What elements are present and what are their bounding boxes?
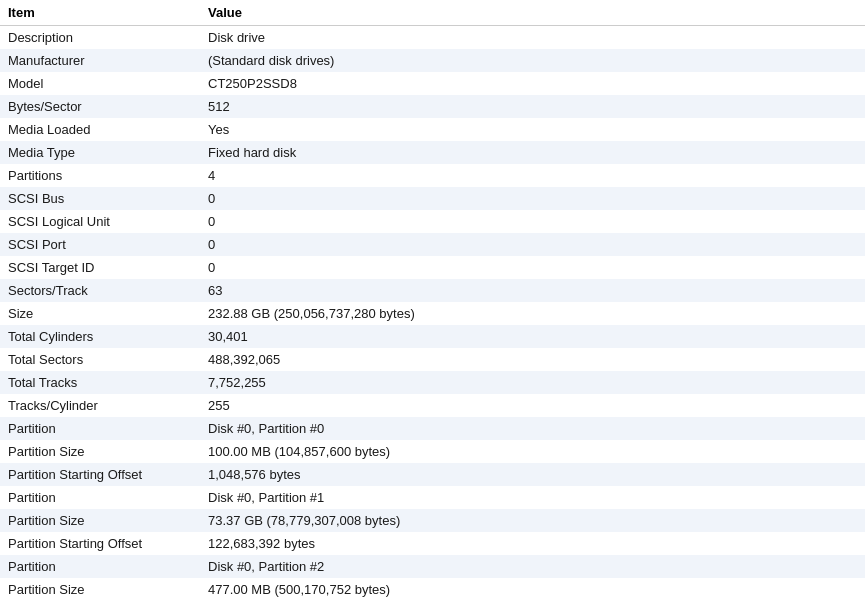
cell-item: Media Type — [0, 141, 200, 164]
table-row: Bytes/Sector512 — [0, 95, 865, 118]
table-row: Size232.88 GB (250,056,737,280 bytes) — [0, 302, 865, 325]
cell-value: 512 — [200, 95, 865, 118]
table-row: Media LoadedYes — [0, 118, 865, 141]
table-row: DescriptionDisk drive — [0, 26, 865, 50]
cell-value: 477.00 MB (500,170,752 bytes) — [200, 578, 865, 599]
cell-value: 0 — [200, 256, 865, 279]
cell-item: Manufacturer — [0, 49, 200, 72]
table-row: SCSI Logical Unit0 — [0, 210, 865, 233]
header-value: Value — [200, 0, 865, 26]
cell-item: Total Tracks — [0, 371, 200, 394]
cell-item: SCSI Logical Unit — [0, 210, 200, 233]
header-item: Item — [0, 0, 200, 26]
table-row: Sectors/Track63 — [0, 279, 865, 302]
cell-value: Yes — [200, 118, 865, 141]
table-row: PartitionDisk #0, Partition #2 — [0, 555, 865, 578]
table-row: ModelCT250P2SSD8 — [0, 72, 865, 95]
cell-item: Partition Starting Offset — [0, 463, 200, 486]
cell-item: Model — [0, 72, 200, 95]
cell-value: 4 — [200, 164, 865, 187]
cell-value: 488,392,065 — [200, 348, 865, 371]
cell-item: Media Loaded — [0, 118, 200, 141]
cell-item: Bytes/Sector — [0, 95, 200, 118]
cell-item: SCSI Port — [0, 233, 200, 256]
cell-value: 30,401 — [200, 325, 865, 348]
cell-item: Partition Size — [0, 509, 200, 532]
cell-item: Partition Size — [0, 578, 200, 599]
table-row: Total Tracks7,752,255 — [0, 371, 865, 394]
cell-item: Partition — [0, 555, 200, 578]
cell-value: 1,048,576 bytes — [200, 463, 865, 486]
cell-value: Disk #0, Partition #2 — [200, 555, 865, 578]
table-row: PartitionDisk #0, Partition #1 — [0, 486, 865, 509]
table-row: Partition Size73.37 GB (78,779,307,008 b… — [0, 509, 865, 532]
table-row: Partitions4 — [0, 164, 865, 187]
table-row: Partition Size100.00 MB (104,857,600 byt… — [0, 440, 865, 463]
cell-value: 0 — [200, 233, 865, 256]
table-row: Partition Starting Offset1,048,576 bytes — [0, 463, 865, 486]
cell-value: 255 — [200, 394, 865, 417]
cell-item: Partitions — [0, 164, 200, 187]
cell-item: Partition — [0, 486, 200, 509]
main-container: Item Value DescriptionDisk driveManufact… — [0, 0, 865, 599]
cell-value: CT250P2SSD8 — [200, 72, 865, 95]
table-row: SCSI Target ID0 — [0, 256, 865, 279]
cell-value: 100.00 MB (104,857,600 bytes) — [200, 440, 865, 463]
table-row: SCSI Bus0 — [0, 187, 865, 210]
table-row: Total Sectors488,392,065 — [0, 348, 865, 371]
cell-item: Size — [0, 302, 200, 325]
table-row: Partition Size477.00 MB (500,170,752 byt… — [0, 578, 865, 599]
cell-value: Disk drive — [200, 26, 865, 50]
table-body: DescriptionDisk driveManufacturer(Standa… — [0, 26, 865, 600]
cell-item: Description — [0, 26, 200, 50]
cell-item: Partition Size — [0, 440, 200, 463]
cell-item: Total Cylinders — [0, 325, 200, 348]
cell-value: 0 — [200, 187, 865, 210]
cell-item: Partition Starting Offset — [0, 532, 200, 555]
cell-value: 63 — [200, 279, 865, 302]
table-row: PartitionDisk #0, Partition #0 — [0, 417, 865, 440]
cell-item: Total Sectors — [0, 348, 200, 371]
cell-item: Sectors/Track — [0, 279, 200, 302]
info-table: Item Value DescriptionDisk driveManufact… — [0, 0, 865, 599]
table-row: Media TypeFixed hard disk — [0, 141, 865, 164]
cell-value: Disk #0, Partition #0 — [200, 417, 865, 440]
table-row: SCSI Port0 — [0, 233, 865, 256]
table-row: Total Cylinders30,401 — [0, 325, 865, 348]
cell-item: Partition — [0, 417, 200, 440]
table-row: Tracks/Cylinder255 — [0, 394, 865, 417]
cell-value: (Standard disk drives) — [200, 49, 865, 72]
cell-item: SCSI Target ID — [0, 256, 200, 279]
cell-value: Fixed hard disk — [200, 141, 865, 164]
cell-item: SCSI Bus — [0, 187, 200, 210]
cell-item: Tracks/Cylinder — [0, 394, 200, 417]
cell-value: Disk #0, Partition #1 — [200, 486, 865, 509]
cell-value: 232.88 GB (250,056,737,280 bytes) — [200, 302, 865, 325]
cell-value: 7,752,255 — [200, 371, 865, 394]
cell-value: 73.37 GB (78,779,307,008 bytes) — [200, 509, 865, 532]
cell-value: 0 — [200, 210, 865, 233]
cell-value: 122,683,392 bytes — [200, 532, 865, 555]
table-row: Partition Starting Offset122,683,392 byt… — [0, 532, 865, 555]
table-row: Manufacturer(Standard disk drives) — [0, 49, 865, 72]
table-header-row: Item Value — [0, 0, 865, 26]
